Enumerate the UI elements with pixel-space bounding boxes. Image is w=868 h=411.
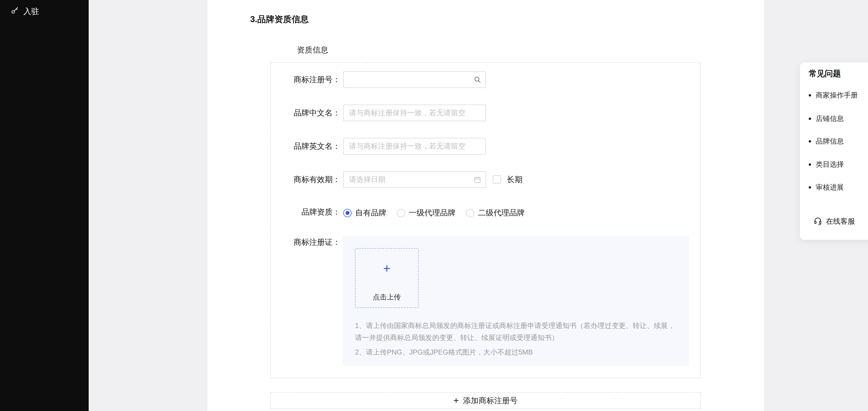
faq-item-store-info[interactable]: 店铺信息 xyxy=(809,114,844,123)
trademark-no-label: 商标注册号： xyxy=(271,71,340,88)
brand-en-label: 品牌英文名： xyxy=(271,138,340,154)
key-icon xyxy=(10,6,19,17)
online-service-button[interactable]: 在线客服 xyxy=(813,216,855,226)
faq-item-label: 品牌信息 xyxy=(816,137,844,146)
sidebar-brand[interactable]: 入驻 xyxy=(0,0,89,17)
add-trademark-label: 添加商标注册号 xyxy=(463,395,518,406)
radio-selected-icon xyxy=(343,209,351,217)
certificate-upload-panel: + 点击上传 1、请上传由国家商标总局颁发的商标注册证或商标注册申请受理通知书（… xyxy=(343,236,689,366)
upload-hint: 点击上传 xyxy=(355,292,418,302)
faq-item-label: 类目选择 xyxy=(816,160,844,169)
plus-icon: + xyxy=(355,262,418,275)
online-service-label: 在线客服 xyxy=(826,216,855,226)
faq-item-brand-info[interactable]: 品牌信息 xyxy=(809,137,844,146)
radio-unselected-icon xyxy=(466,209,474,217)
bullet-icon xyxy=(809,186,811,188)
brand-qualification-form: 商标注册号： 品牌中文名： 品牌英文名： 商标有效期： xyxy=(270,62,701,378)
radio-unselected-icon xyxy=(397,209,405,217)
faq-item-label: 审核进展 xyxy=(816,183,844,192)
faq-item-review-progress[interactable]: 审核进展 xyxy=(809,183,844,192)
long-term-checkbox[interactable] xyxy=(493,175,501,184)
bullet-icon xyxy=(809,94,811,96)
bullet-icon xyxy=(809,118,811,120)
faq-item-label: 店铺信息 xyxy=(816,114,844,123)
radio-option-own-brand[interactable]: 自有品牌 xyxy=(343,208,386,218)
faq-item-category-select[interactable]: 类目选择 xyxy=(809,160,844,169)
content-card: 3.品牌资质信息 资质信息 商标注册号： 品牌中文名： 品牌英文名： 商标有效期… xyxy=(208,0,764,411)
trademark-no-input[interactable] xyxy=(343,71,486,88)
page-title: 3.品牌资质信息 xyxy=(250,13,309,25)
brand-type-radio-group: 自有品牌 一级代理品牌 二级代理品牌 xyxy=(343,208,525,218)
subsection-title: 资质信息 xyxy=(297,45,328,55)
headset-icon xyxy=(813,216,822,226)
bullet-icon xyxy=(809,140,811,143)
brand-cn-label: 品牌中文名： xyxy=(271,105,340,121)
radio-option-tier2-agent[interactable]: 二级代理品牌 xyxy=(466,208,525,218)
brand-type-label: 品牌资质： xyxy=(271,204,340,220)
search-icon[interactable] xyxy=(473,75,482,84)
faq-item-merchant-manual[interactable]: 商家操作手册 xyxy=(809,91,858,99)
faq-item-label: 商家操作手册 xyxy=(816,90,858,100)
bullet-icon xyxy=(809,164,811,166)
faq-title: 常见问题 xyxy=(809,68,841,79)
faq-card: 常见问题 商家操作手册 店铺信息 品牌信息 类目选择 审核进展 xyxy=(800,62,868,240)
sidebar: 入驻 xyxy=(0,0,89,411)
validity-date-input[interactable] xyxy=(343,171,486,188)
upload-note-1: 1、请上传由国家商标总局颁发的商标注册证或商标注册申请受理通知书（若办理过变更、… xyxy=(355,320,680,344)
add-trademark-button[interactable]: + 添加商标注册号 xyxy=(270,392,701,409)
calendar-icon[interactable] xyxy=(473,175,482,184)
brand-en-input[interactable] xyxy=(343,138,486,154)
certificate-label: 商标注册证： xyxy=(271,237,340,247)
sidebar-brand-label: 入驻 xyxy=(23,6,39,17)
page: 入驻 3.品牌资质信息 资质信息 商标注册号： 品牌中文名： 品牌英文名： 商标… xyxy=(0,0,868,411)
upload-note-2: 2、请上传PNG、JPG或JPEG格式图片，大小不超过5MB xyxy=(355,346,680,358)
long-term-label: 长期 xyxy=(507,171,522,188)
plus-icon: + xyxy=(453,396,459,405)
brand-cn-input[interactable] xyxy=(343,105,486,121)
validity-label: 商标有效期： xyxy=(271,171,340,188)
radio-label: 自有品牌 xyxy=(355,208,386,218)
radio-label: 一级代理品牌 xyxy=(409,208,456,218)
upload-dropzone[interactable]: + 点击上传 xyxy=(355,248,418,308)
radio-label: 二级代理品牌 xyxy=(478,208,525,218)
radio-option-tier1-agent[interactable]: 一级代理品牌 xyxy=(397,208,456,218)
